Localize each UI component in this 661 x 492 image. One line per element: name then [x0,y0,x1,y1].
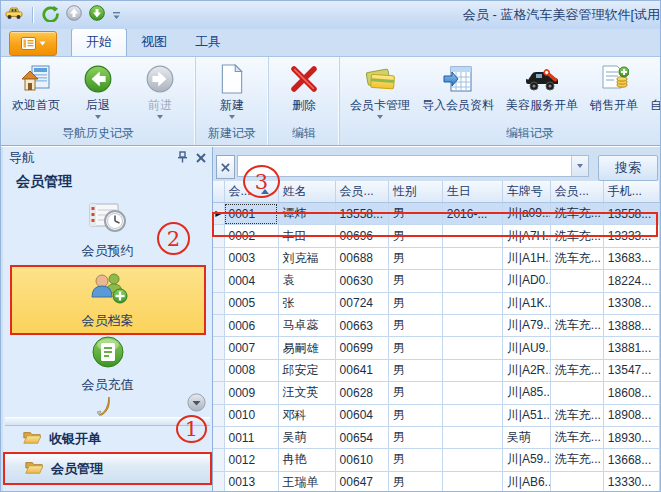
import-members-button[interactable]: 导入会员资料 [416,59,500,112]
search-dropdown-button[interactable] [571,156,588,176]
row-indicator[interactable] [213,314,224,336]
tab-start[interactable]: 开始 [71,28,127,56]
table-row[interactable]: 0004袁00630男川|AD0...18224... [213,270,660,292]
close-icon[interactable] [196,151,206,166]
column-header[interactable]: 性别 [388,181,442,203]
row-indicator[interactable]: ▶ [213,203,224,225]
custom-reminder-button[interactable]: 自定义提醒 [644,59,661,112]
member-card-mgmt-button[interactable]: 会员卡管理 [344,59,416,119]
sidebar-item-cashier-billing[interactable]: 收银开单 [3,426,212,452]
folder-icon [23,430,41,448]
table-row[interactable]: 0013王瑞单00647男川|AB6...13330... [213,471,660,492]
search-button[interactable]: 搜索 [598,155,658,181]
table-row[interactable]: 0003刘克福00688男川|A1H...洗车充...13683... [213,247,660,269]
app-taxi-icon[interactable] [5,6,23,24]
import-icon [443,62,473,96]
down-circle-icon[interactable] [89,5,105,25]
row-indicator[interactable] [213,225,224,247]
pin-icon[interactable] [177,151,188,166]
forward-button[interactable]: 前进 [129,59,191,119]
chevron-down-icon[interactable] [229,115,235,119]
appointment-icon [88,201,128,238]
row-indicator[interactable] [213,471,224,492]
chevron-down-icon [39,41,46,46]
toolbar-separator [32,7,33,23]
table-row[interactable]: ▶ 0001谭炜13558...男2016-...川|a09...洗车充...1… [213,203,660,225]
tab-tools[interactable]: 工具 [181,29,235,56]
new-button[interactable]: 新建 [201,59,263,119]
search-bar: 搜索 [213,147,660,181]
refresh-icon[interactable] [42,5,59,26]
beauty-service-billing-button[interactable]: 美容服务开单 [500,59,584,112]
chevron-down-icon [577,164,583,168]
nav-panel-title: 导航 [9,149,169,167]
sidebar-item-label: 会员充值 [82,376,134,394]
sidebar-section-title: 会员管理 [3,169,212,195]
member-table-body: ▶ 0001谭炜13558...男2016-...川|a09...洗车充...1… [213,203,660,492]
table-row[interactable]: 0010邓科00604男川|A51...洗车充...18908... [213,404,660,426]
sidebar-item-label: 会员管理 [51,460,103,478]
column-header[interactable]: 手机... [603,181,659,203]
table-row[interactable]: 0012冉艳00610男川|A59...洗车充...13668... [213,449,660,471]
folder-icon [25,460,43,478]
sidebar-item-member-mgmt[interactable]: 会员管理 [3,452,212,485]
tab-view[interactable]: 视图 [127,29,181,56]
app-menu-button[interactable] [9,31,57,56]
member-table: 会...姓名会员...性别生日车牌号会员...手机... ▶ 0001谭炜135… [213,181,660,492]
toolbar-overflow-icon[interactable] [112,6,121,24]
row-indicator[interactable] [213,449,224,471]
delete-icon [289,62,319,96]
table-row[interactable]: 0005张00724男川|A1K...13308... [213,292,660,314]
column-header[interactable]: 会... [224,181,278,203]
table-row[interactable]: 0007易嗣雄00699男川|AU9...13881... [213,337,660,359]
car-service-icon [524,62,560,96]
row-indicator[interactable] [213,270,224,292]
search-input[interactable] [238,156,571,176]
row-indicator[interactable] [213,247,224,269]
table-row[interactable]: 0002丰田00696男川|A7H...洗车充...13333... [213,225,660,247]
clear-search-button[interactable] [216,155,235,179]
sidebar-item-label: 收银开单 [49,430,101,448]
column-header[interactable]: 会员... [335,181,388,203]
sidebar-item-label: 会员预约 [82,242,134,260]
ribbon: 欢迎首页 后退 前进 导航历史记录 新建 [1,57,660,146]
table-row[interactable]: 0008邱安定00641男川|A2R...洗车充...13547... [213,359,660,381]
welcome-home-button[interactable]: 欢迎首页 [5,59,67,112]
app-menu-icon [21,37,36,50]
row-indicator[interactable] [213,404,224,426]
chevron-down-icon[interactable] [377,115,383,119]
table-row[interactable]: 0006马卓蕊00663男川|A79...洗车充...13888... [213,314,660,336]
ribbon-tab-row: 开始 视图 工具 [1,29,660,57]
table-row[interactable]: 0011吴萌00654男吴萌洗车充...18930... [213,426,660,448]
ribbon-group-edit: 删除 编辑 [268,57,339,145]
sidebar-item-appointment[interactable]: 会员预约 [3,195,212,265]
row-indicator[interactable] [213,426,224,448]
sidebar-item-recharge[interactable]: 会员充值 [3,335,212,393]
delete-button[interactable]: 删除 [273,59,335,112]
row-indicator[interactable] [213,292,224,314]
member-list-panel: 搜索 会...姓名会员...性别生日车牌号会员...手机... ▶ 0001谭炜… [213,147,660,492]
up-circle-icon[interactable] [66,5,82,25]
chevron-down-icon[interactable] [157,115,163,119]
sidebar-item-member-files[interactable]: 会员档案 [10,265,206,335]
collapse-chevron-icon[interactable] [187,393,206,415]
row-indicator[interactable] [213,359,224,381]
nav-panel-header: 导航 [3,147,212,169]
row-indicator[interactable] [213,382,224,404]
title-bar: 会员 - 蓝格汽车美容管理软件[试用 [1,1,660,29]
ribbon-group-label: 新建记录 [200,124,264,145]
row-indicator[interactable] [213,337,224,359]
home-icon [21,62,51,96]
sales-billing-button[interactable]: 销售开单 [584,59,644,112]
chevron-down-icon[interactable] [95,115,101,119]
app-window: 会员 - 蓝格汽车美容管理软件[试用 开始 视图 工具 欢迎首页 后退 [0,0,661,492]
table-row[interactable]: 0009汪文英00628男川|A85...18608... [213,382,660,404]
ribbon-group-nav-history: 欢迎首页 后退 前进 导航历史记录 [1,57,195,145]
column-header[interactable]: 姓名 [278,181,335,203]
column-header[interactable]: 车牌号 [502,181,550,203]
sidebar-partial-row [3,393,212,417]
column-header[interactable]: 会员... [550,181,603,203]
sales-invoice-icon [599,62,629,96]
column-header[interactable]: 生日 [442,181,502,203]
back-button[interactable]: 后退 [67,59,129,119]
